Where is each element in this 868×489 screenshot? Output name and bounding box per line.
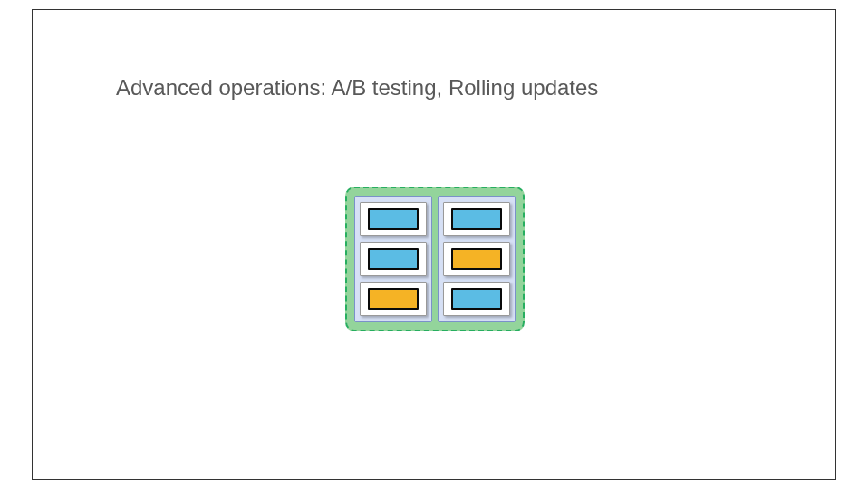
pod-box [451,248,502,270]
pod-column-right [438,196,516,322]
pod-column-left [354,196,432,322]
pod-box [368,248,419,270]
pod-box [368,288,419,310]
pod-cell [360,202,427,236]
slide-title: Advanced operations: A/B testing, Rollin… [116,75,598,101]
pod-box [451,208,502,230]
slide-frame: Advanced operations: A/B testing, Rollin… [32,9,836,480]
pod-cell [360,282,427,316]
pod-box [451,288,502,310]
pod-cell [360,242,427,276]
pod-cell [443,242,510,276]
pod-cell [443,202,510,236]
service-container [345,187,525,331]
pod-cell [443,282,510,316]
pod-box [368,208,419,230]
